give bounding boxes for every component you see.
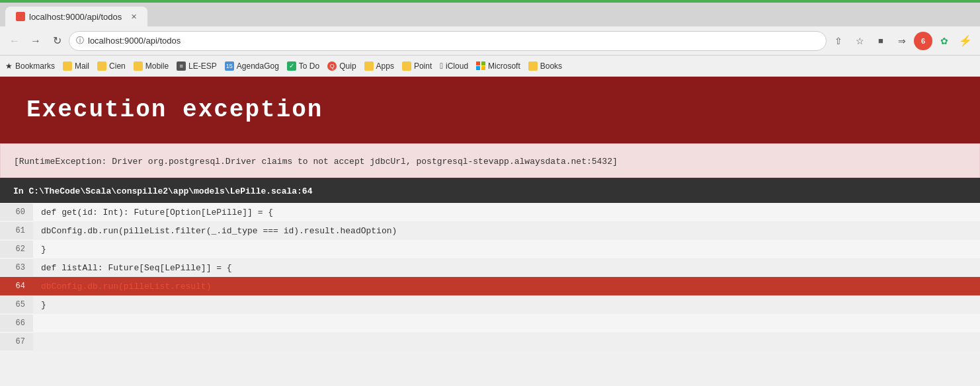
bookmark-star[interactable]: ★ Bookmarks: [5, 61, 55, 71]
extension-button-2[interactable]: ⇒: [893, 32, 911, 50]
bookmark-le-esp-label: LE-ESP: [188, 61, 217, 71]
code-line: 61 dbConfig.db.run(pilleList.filter(_.id…: [0, 221, 980, 240]
back-button[interactable]: ←: [5, 32, 24, 50]
share-button[interactable]: ⇧: [829, 32, 848, 50]
code-content: def listAll: Future[Seq[LePille]] = {: [33, 260, 240, 276]
bookmark-agendagog-icon: 15: [225, 61, 234, 71]
reload-button[interactable]: ↻: [48, 32, 66, 50]
bookmark-agendagog[interactable]: 15 AgendaGog: [225, 61, 279, 71]
extension-button-4[interactable]: ⚡: [956, 32, 975, 50]
code-line: 60 def get(id: Int): Future[Option[LePil…: [0, 203, 980, 221]
forward-button[interactable]: →: [26, 32, 45, 50]
red-ext-icon: 6: [921, 37, 925, 45]
bookmark-point[interactable]: Point: [402, 61, 432, 71]
bookmark-books-label: Books: [540, 61, 562, 71]
code-content: dbConfig.db.run(pilleList.filter(_.id_ty…: [33, 223, 405, 239]
bookmark-icloud[interactable]:  iCloud: [440, 61, 468, 71]
error-header: Execution exception: [0, 77, 980, 143]
bookmark-quip-label: Quip: [339, 61, 356, 71]
bookmark-button[interactable]: ☆: [850, 32, 869, 50]
line-number: 60: [0, 204, 33, 221]
bolt-icon: ⚡: [959, 34, 972, 47]
bookmark-microsoft[interactable]: Microsoft: [476, 61, 520, 71]
bookmark-mail-icon: [63, 61, 72, 71]
arrow-icon: ⇒: [898, 36, 906, 46]
bookmark-apps-icon: [364, 61, 374, 71]
active-tab[interactable]: localhost:9000/api/todos ✕: [5, 7, 147, 26]
bookmark-mobile[interactable]: Mobile: [134, 61, 169, 71]
bookmark-quip-icon: Q: [327, 61, 337, 71]
line-number: 62: [0, 241, 33, 258]
info-icon: ⓘ: [76, 35, 84, 46]
bookmark-le-esp-icon: ≡: [177, 61, 186, 71]
bookmark-microsoft-icon: [476, 61, 485, 71]
bookmark-microsoft-label: Microsoft: [488, 61, 520, 71]
code-content: [33, 320, 49, 327]
bookmark-mobile-icon: [134, 61, 143, 71]
line-number: 64: [0, 278, 33, 295]
bookmarks-bar: ★ Bookmarks Mail Cien Mobile ≡ LE-ESP 15…: [0, 56, 980, 77]
line-number: 65: [0, 296, 33, 313]
tab-favicon: [16, 12, 25, 21]
bookmark-icloud-label: iCloud: [446, 61, 468, 71]
line-number: 67: [0, 333, 33, 350]
bookmark-todo-label: To Do: [299, 61, 319, 71]
bookmark-mail-label: Mail: [75, 61, 89, 71]
nav-actions: ⇧ ☆ ■ ⇒ 6 ✿ ⚡: [829, 32, 975, 50]
bookmark-apps-label: Apps: [376, 61, 394, 71]
reload-icon: ↻: [53, 34, 61, 47]
tab-close-icon[interactable]: ✕: [131, 13, 137, 21]
tab-title: localhost:9000/api/todos: [29, 12, 122, 22]
line-number: 61: [0, 222, 33, 239]
bookmark-icloud-icon: : [440, 61, 443, 71]
bookmark-cien[interactable]: Cien: [97, 61, 126, 71]
bookmark-books-icon: [528, 61, 538, 71]
back-icon: ←: [9, 35, 20, 47]
line-number: 66: [0, 315, 33, 332]
code-line: 64 dbConfig.db.run(pilleList.result): [0, 277, 980, 295]
extension-button-1[interactable]: ■: [872, 32, 890, 50]
share-icon: ⇧: [835, 36, 842, 46]
bookmark-le-esp[interactable]: ≡ LE-ESP: [177, 61, 217, 71]
bookmark-bookmarks-label: Bookmarks: [15, 61, 55, 71]
code-content: [33, 338, 49, 345]
bookmark-star-icon: ★: [5, 61, 13, 71]
forward-icon: →: [30, 35, 41, 47]
filepath-text: In C:\TheCode\Scala\conspille2\app\model…: [13, 186, 312, 196]
code-content: }: [33, 297, 54, 313]
error-message-text: [RuntimeException: Driver org.postgresql…: [14, 157, 618, 167]
puzzle-icon: ■: [878, 36, 883, 46]
bookmark-quip[interactable]: Q Quip: [327, 61, 356, 71]
error-title: Execution exception: [26, 96, 954, 124]
code-block: 60 def get(id: Int): Future[Option[LePil…: [0, 203, 980, 351]
filepath-bar: In C:\TheCode\Scala\conspille2\app\model…: [0, 178, 980, 203]
bookmark-todo[interactable]: ✓ To Do: [287, 61, 319, 71]
tab-bar: localhost:9000/api/todos ✕: [0, 3, 980, 26]
bookmark-point-icon: [402, 61, 411, 71]
code-content: }: [33, 241, 54, 258]
line-number: 63: [0, 259, 33, 276]
bookmark-mobile-label: Mobile: [145, 61, 169, 71]
star-icon: ☆: [856, 36, 864, 46]
page-content: Execution exception [RuntimeException: D…: [0, 77, 980, 351]
bookmark-todo-icon: ✓: [287, 61, 296, 71]
leaf-icon: ✿: [940, 36, 948, 46]
error-message-box: [RuntimeException: Driver org.postgresql…: [0, 143, 980, 178]
address-bar[interactable]: ⓘ localhost:9000/api/todos: [69, 31, 827, 51]
code-content: dbConfig.db.run(pilleList.result): [33, 278, 219, 295]
bookmark-mail[interactable]: Mail: [63, 61, 89, 71]
bookmark-apps[interactable]: Apps: [364, 61, 394, 71]
code-line: 66: [0, 314, 980, 332]
bookmark-cien-label: Cien: [109, 61, 126, 71]
code-line: 62 }: [0, 240, 980, 258]
code-line: 63 def listAll: Future[Seq[LePille]] = {: [0, 258, 980, 277]
bookmark-cien-icon: [97, 61, 106, 71]
bookmark-books[interactable]: Books: [528, 61, 562, 71]
bookmark-point-label: Point: [414, 61, 432, 71]
address-text: localhost:9000/api/todos: [88, 36, 819, 46]
nav-bar: ← → ↻ ⓘ localhost:9000/api/todos ⇧ ☆ ■ ⇒…: [0, 26, 980, 56]
extension-button-red[interactable]: 6: [914, 32, 932, 50]
bookmark-agendagog-label: AgendaGog: [237, 61, 279, 71]
extension-button-3[interactable]: ✿: [935, 32, 954, 50]
code-content: def get(id: Int): Future[Option[LePille]…: [33, 204, 281, 221]
